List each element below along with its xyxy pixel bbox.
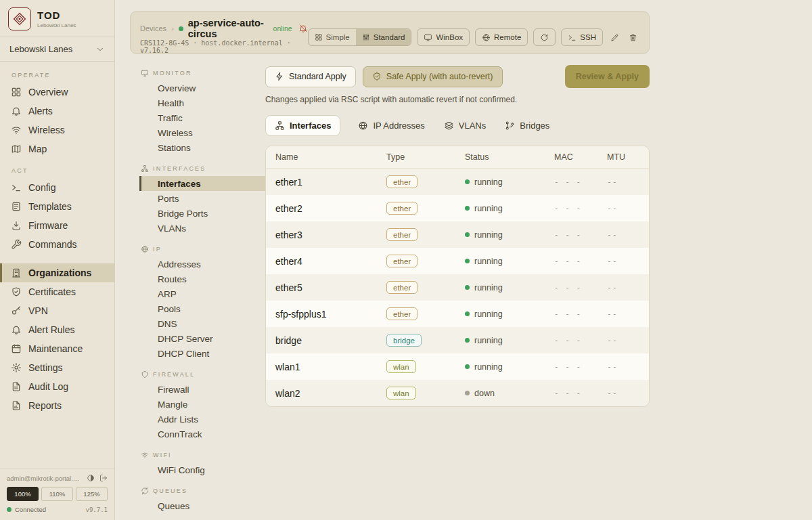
table-row-ether2[interactable]: ether2etherrunning- - ---	[266, 195, 649, 221]
cell-name: wlan1	[275, 362, 386, 372]
table-row-sfp-sfpplus1[interactable]: sfp-sfpplus1etherrunning- - ---	[266, 301, 649, 327]
status-text: running	[474, 257, 503, 266]
refresh-button[interactable]	[533, 28, 556, 46]
table-row-wlan2[interactable]: wlan2wlandown- - ---	[266, 380, 649, 406]
tab-ip-addresses[interactable]: IP Addresses	[357, 116, 426, 135]
zoom-125-button[interactable]: 125%	[76, 487, 108, 501]
tab-label: Bridges	[520, 121, 549, 131]
review-apply-label: Review & Apply	[576, 72, 639, 81]
view-mode-segment: SimpleStandard	[308, 28, 412, 46]
sidebar-item-reports[interactable]: Reports	[0, 396, 114, 415]
brand: TOD Lebowski Lanes	[0, 0, 114, 37]
subnav-item-addresses[interactable]: Addresses	[139, 257, 265, 272]
subnav-item-overview[interactable]: Overview	[139, 81, 265, 95]
subnav-item-dhcp-client[interactable]: DHCP Client	[139, 346, 265, 361]
subnav-item-bridge-ports[interactable]: Bridge Ports	[139, 206, 265, 221]
sidebar-item-vpn[interactable]: VPN	[0, 301, 114, 320]
status-text: down	[474, 389, 495, 398]
subnav-group-queues: QUEUES	[141, 487, 265, 495]
type-badge: wlan	[386, 360, 416, 373]
edit-button[interactable]	[608, 28, 621, 46]
subnav-item-wifi-config[interactable]: WiFi Config	[139, 462, 265, 477]
sidebar-item-label: Wireless	[28, 125, 65, 135]
review-apply-button[interactable]: Review & Apply	[565, 65, 650, 88]
sidebar-item-alert-rules[interactable]: Alert Rules	[0, 320, 114, 339]
zoom-100-button[interactable]: 100%	[7, 487, 39, 501]
subnav-item-dhcp-server[interactable]: DHCP Server	[139, 331, 265, 346]
table-row-ether3[interactable]: ether3etherrunning- - ---	[266, 221, 649, 248]
subnav-item-traffic[interactable]: Traffic	[139, 110, 265, 125]
subnav-item-wireless[interactable]: Wireless	[139, 125, 265, 140]
table-row-ether4[interactable]: ether4etherrunning- - ---	[266, 248, 649, 274]
zoom-110-button[interactable]: 110%	[41, 487, 73, 501]
table-row-ether1[interactable]: ether1etherrunning- - ---	[266, 169, 649, 195]
subnav-item-health[interactable]: Health	[139, 95, 265, 110]
sidebar-item-label: Commands	[28, 239, 77, 250]
standard-apply-button[interactable]: Standard Apply	[265, 66, 356, 87]
subnav-group-label: MONITOR	[153, 70, 192, 77]
subnav-item-interfaces[interactable]: Interfaces	[139, 176, 265, 191]
trash-icon	[629, 33, 637, 42]
winbox-button[interactable]: WinBox	[417, 28, 470, 46]
subnav-item-mangle[interactable]: Mangle	[139, 397, 265, 412]
device-subnav: MONITOROverviewHealthTrafficWirelessStat…	[130, 64, 265, 520]
key-icon	[11, 305, 22, 316]
subnav-item-dns[interactable]: DNS	[139, 316, 265, 331]
sidebar-item-label: Settings	[28, 362, 63, 373]
sidebar-item-organizations[interactable]: Organizations	[0, 263, 114, 282]
theme-toggle[interactable]	[87, 474, 95, 482]
sidebar-item-firmware[interactable]: Firmware	[0, 216, 114, 235]
subnav-item-arp[interactable]: ARP	[139, 286, 265, 301]
sidebar-item-certificates[interactable]: Certificates	[0, 282, 114, 301]
remote-button[interactable]: Remote	[475, 28, 528, 46]
delete-button[interactable]	[627, 28, 639, 46]
subnav-item-ports[interactable]: Ports	[139, 191, 265, 206]
view-mode-standard[interactable]: Standard	[356, 29, 411, 45]
sidebar-item-audit-log[interactable]: Audit Log	[0, 377, 114, 396]
sidebar-item-templates[interactable]: Templates	[0, 197, 114, 216]
subnav-item-addr-lists[interactable]: Addr Lists	[139, 412, 265, 427]
sidebar-item-config[interactable]: Config	[0, 178, 114, 197]
logout-button[interactable]	[99, 474, 108, 482]
device-name: ap-service-auto-circus	[188, 18, 269, 39]
sidebar-item-overview[interactable]: Overview	[0, 83, 114, 102]
breadcrumb: Devices › ap-service-auto-circus online	[140, 18, 308, 39]
subnav-item-pools[interactable]: Pools	[139, 301, 265, 316]
tab-interfaces[interactable]: Interfaces	[265, 115, 340, 136]
tab-vlans[interactable]: VLANs	[443, 116, 487, 135]
subnav-item-vlans[interactable]: VLANs	[139, 221, 265, 236]
column-header-name: Name	[275, 152, 386, 162]
connection-row: Connected v9.7.1	[7, 506, 108, 513]
sidebar-item-label: Alert Rules	[28, 324, 74, 335]
org-switcher[interactable]: Lebowski Lanes	[0, 37, 114, 62]
calendar-icon	[11, 343, 22, 354]
bell-slash-icon	[298, 24, 308, 33]
table-row-wlan1[interactable]: wlan1wlanrunning- - ---	[266, 353, 649, 380]
subnav-item-routes[interactable]: Routes	[139, 272, 265, 286]
sidebar-item-alerts[interactable]: Alerts	[0, 102, 114, 121]
sidebar-item-settings[interactable]: Settings	[0, 358, 114, 377]
status-text: running	[474, 362, 503, 372]
subnav-item-conntrack[interactable]: ConnTrack	[139, 427, 265, 441]
sidebar-item-commands[interactable]: Commands	[0, 235, 114, 254]
content-tabs: InterfacesIP AddressesVLANsBridges	[265, 115, 650, 136]
tab-bridges[interactable]: Bridges	[503, 116, 551, 135]
table-row-ether5[interactable]: ether5etherrunning- - ---	[266, 274, 649, 301]
status-dot	[465, 391, 470, 395]
sidebar-item-maintenance[interactable]: Maintenance	[0, 339, 114, 358]
sidebar-item-wireless[interactable]: Wireless	[0, 121, 114, 139]
sidebar-item-map[interactable]: Map	[0, 139, 114, 158]
subnav-item-queues[interactable]: Queues	[139, 498, 265, 513]
subnav-item-firewall[interactable]: Firewall	[139, 382, 265, 397]
table-row-bridge[interactable]: bridgebridgerunning- - ---	[266, 327, 649, 353]
breadcrumb-devices-link[interactable]: Devices	[140, 24, 166, 32]
cell-status: running	[465, 336, 554, 345]
subnav-item-stations[interactable]: Stations	[139, 140, 265, 155]
view-mode-simple[interactable]: Simple	[309, 29, 356, 45]
alerts-muted-toggle[interactable]	[298, 24, 308, 33]
ssh-button[interactable]: SSH	[561, 28, 603, 46]
safe-apply-button[interactable]: Safe Apply (with auto-revert)	[363, 66, 503, 87]
tab-label: Interfaces	[290, 121, 331, 131]
cell-type: bridge	[386, 334, 465, 347]
wifi-icon	[11, 125, 22, 135]
